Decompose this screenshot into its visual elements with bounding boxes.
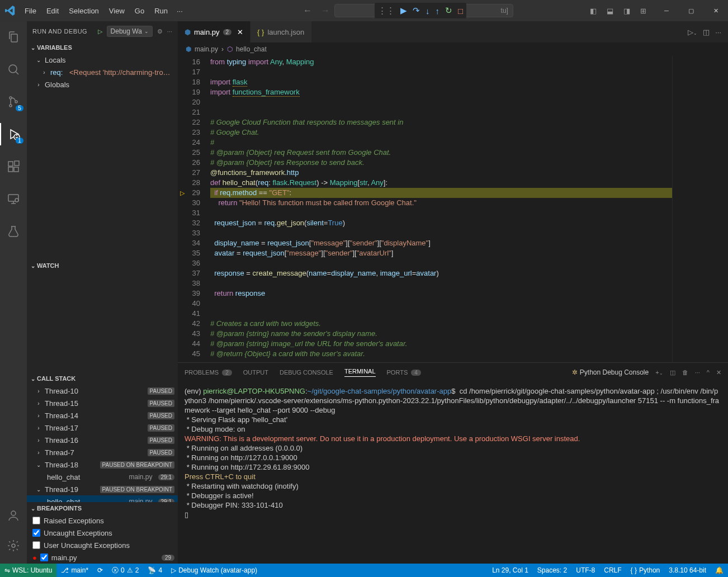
python-interpreter[interactable]: 3.8.10 64-bit	[664, 566, 711, 574]
callstack-hello_chat[interactable]: hello_chatmain.py29:1	[27, 471, 178, 483]
panel-tab-terminal[interactable]: TERMINAL	[344, 368, 376, 377]
scope-globals[interactable]: ›Globals	[27, 78, 178, 91]
debug-sidebar: RUN AND DEBUG ▷ Debug Wa⌄ ⚙ ··· ⌄VARIABL…	[27, 21, 178, 564]
start-debug-icon[interactable]: ▷	[98, 28, 102, 35]
source-control-icon[interactable]: 5	[0, 91, 27, 113]
callstack-Thread-10[interactable]: ›Thread-10PAUSED	[27, 385, 178, 397]
layout-customize-icon[interactable]: ⊞	[640, 7, 646, 15]
step-into-icon[interactable]: ↓	[426, 6, 430, 16]
panel-tab-debug-console[interactable]: DEBUG CONSOLE	[280, 369, 333, 376]
close-tab-icon[interactable]: ✕	[237, 28, 243, 36]
cursor-position[interactable]: Ln 29, Col 1	[488, 566, 533, 574]
breakpoint-checkbox[interactable]	[32, 529, 40, 537]
testing-icon[interactable]	[0, 220, 27, 243]
settings-icon[interactable]	[0, 535, 27, 557]
breakpoint-checkbox[interactable]	[32, 517, 40, 524]
menu-run[interactable]: Run	[150, 3, 172, 18]
extensions-icon[interactable]	[0, 155, 27, 178]
debug-status[interactable]: ▷ Debug Watch (avatar-app)	[167, 564, 262, 577]
split-editor-icon[interactable]: ◫	[703, 28, 710, 36]
run-icon[interactable]: ▷⌄	[688, 28, 697, 36]
breakpoint-main.py[interactable]: ●main.py29	[27, 551, 178, 564]
breadcrumb[interactable]: ⬢main.py› ⬡hello_chat	[178, 42, 728, 56]
nav-forward-icon[interactable]: →	[321, 6, 330, 16]
search-icon[interactable]	[0, 58, 27, 81]
callstack-section[interactable]: ⌄CALL STACK	[27, 372, 178, 385]
remote-explorer-icon[interactable]	[0, 188, 27, 210]
terminal-output[interactable]: (env) pierrick@LAPTOP-HKU5PNNG:~/git/goo…	[178, 382, 728, 564]
minimize-button[interactable]: ─	[654, 0, 679, 21]
breakpoint-checkbox[interactable]	[40, 554, 48, 561]
variable-req[interactable]: ›req: <Request 'http://charming-tro…	[27, 66, 178, 78]
indentation[interactable]: Spaces: 2	[533, 566, 571, 574]
layout-right-icon[interactable]: ◨	[623, 7, 630, 15]
svg-point-0	[9, 65, 17, 73]
nav-back-icon[interactable]: ←	[303, 6, 312, 16]
breakpoint-raised-exceptions[interactable]: Raised Exceptions	[27, 514, 178, 527]
explorer-icon[interactable]	[0, 26, 27, 48]
callstack-Thread-15[interactable]: ›Thread-15PAUSED	[27, 397, 178, 409]
titlebar: FileEditSelectionViewGoRun ··· ← → tu] ⋮…	[0, 0, 728, 21]
kill-terminal-icon[interactable]: 🗑	[682, 369, 688, 376]
layout-left-icon[interactable]: ◧	[590, 7, 597, 15]
encoding[interactable]: UTF-8	[571, 566, 599, 574]
variables-section[interactable]: ⌄VARIABLES	[27, 41, 178, 54]
tab-launch.json[interactable]: { }launch.json	[250, 21, 312, 42]
menu-edit[interactable]: Edit	[42, 3, 63, 18]
remote-indicator[interactable]: ⇋WSL: Ubuntu	[0, 564, 56, 577]
maximize-button[interactable]: ▢	[679, 0, 703, 21]
layout-bottom-icon[interactable]: ⬓	[607, 7, 613, 15]
callstack-Thread-18[interactable]: ⌄Thread-18PAUSED ON BREAKPOINT	[27, 458, 178, 471]
maximize-panel-icon[interactable]: ^	[707, 369, 710, 376]
sync-indicator[interactable]: ⟳	[93, 564, 107, 577]
tab-main.py[interactable]: ⬢main.py2✕	[178, 21, 250, 42]
callstack-Thread-16[interactable]: ›Thread-16PAUSED	[27, 434, 178, 446]
accounts-icon[interactable]	[0, 504, 27, 527]
debug-settings-icon[interactable]: ⚙	[157, 28, 163, 35]
menu-go[interactable]: Go	[130, 3, 149, 18]
problems-indicator[interactable]: ⓧ 0 ⚠ 2	[107, 564, 143, 577]
breakpoint-user-uncaught-exceptions[interactable]: User Uncaught Exceptions	[27, 539, 178, 551]
language-mode[interactable]: { } Python	[626, 566, 665, 574]
callstack-Thread-14[interactable]: ›Thread-14PAUSED	[27, 409, 178, 422]
callstack-Thread-7[interactable]: ›Thread-7PAUSED	[27, 446, 178, 458]
callstack-Thread-19[interactable]: ⌄Thread-19PAUSED ON BREAKPOINT	[27, 483, 178, 495]
menu-file[interactable]: File	[20, 3, 41, 18]
debug-more-icon[interactable]: ···	[167, 28, 172, 35]
close-panel-icon[interactable]: ✕	[716, 369, 721, 376]
menu-view[interactable]: View	[105, 3, 129, 18]
continue-icon[interactable]: ▶	[400, 6, 407, 16]
panel-tab-output[interactable]: OUTPUT	[243, 369, 268, 376]
breakpoints-section[interactable]: ⌄BREAKPOINTS	[27, 502, 178, 514]
step-out-icon[interactable]: ↑	[435, 6, 439, 16]
branch-indicator[interactable]: ⎇main*	[56, 564, 93, 577]
watch-section[interactable]: ⌄WATCH	[27, 259, 178, 272]
menu-selection[interactable]: Selection	[64, 3, 103, 18]
eol[interactable]: CRLF	[599, 566, 626, 574]
breakpoint-uncaught-exceptions[interactable]: Uncaught Exceptions	[27, 527, 178, 539]
close-button[interactable]: ✕	[703, 0, 728, 21]
panel-tab-ports[interactable]: PORTS4	[387, 369, 421, 376]
restart-icon[interactable]: ↻	[445, 6, 452, 16]
notifications-icon[interactable]: 🔔	[711, 566, 728, 574]
panel-tab-problems[interactable]: PROBLEMS2	[185, 369, 232, 376]
new-terminal-icon[interactable]: +⌄	[655, 369, 663, 376]
run-debug-icon[interactable]: 1	[0, 123, 27, 145]
callstack-hello_chat[interactable]: hello_chatmain.py29:1	[27, 495, 178, 502]
stop-icon[interactable]: □	[458, 6, 463, 16]
step-over-icon[interactable]: ↷	[413, 6, 420, 16]
menu-overflow[interactable]: ···	[172, 3, 187, 18]
panel-more-icon[interactable]: ···	[695, 369, 700, 376]
terminal-profile-select[interactable]: ✲ Python Debug Console	[572, 368, 649, 376]
more-actions-icon[interactable]: ···	[715, 28, 721, 36]
breakpoint-checkbox[interactable]	[32, 541, 40, 549]
sidebar-title: RUN AND DEBUG	[32, 28, 93, 35]
minimap[interactable]	[672, 56, 728, 362]
debug-config-select[interactable]: Debug Wa⌄	[107, 26, 153, 37]
scope-locals[interactable]: ⌄Locals	[27, 54, 178, 66]
ports-indicator[interactable]: 📡 4	[143, 564, 167, 577]
split-terminal-icon[interactable]: ◫	[670, 369, 675, 376]
editor[interactable]: 16171819202122232425262728▷2930313233343…	[178, 56, 728, 362]
callstack-Thread-17[interactable]: ›Thread-17PAUSED	[27, 422, 178, 434]
drag-handle-icon[interactable]: ⋮⋮	[378, 6, 395, 16]
